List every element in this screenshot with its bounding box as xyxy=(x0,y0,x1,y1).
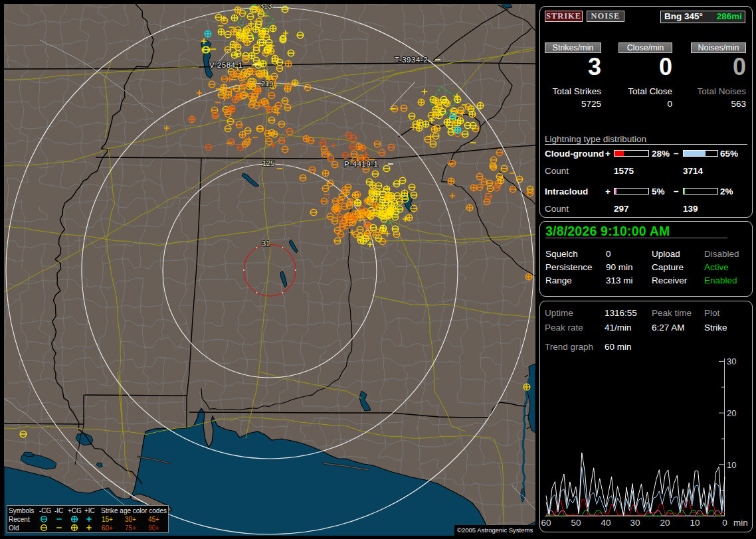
svg-text:+IC: +IC xyxy=(84,507,95,514)
svg-text:10: 10 xyxy=(690,518,700,528)
svg-text:min: min xyxy=(733,518,748,528)
svg-text:30: 30 xyxy=(727,356,736,366)
svg-text:125: 125 xyxy=(262,159,274,167)
svg-text:313: 313 xyxy=(260,4,272,10)
svg-text:Old: Old xyxy=(9,524,19,532)
svg-text:15+: 15+ xyxy=(102,516,113,523)
svg-text:45+: 45+ xyxy=(148,516,159,523)
svg-text:Recent: Recent xyxy=(9,516,30,523)
svg-text:50: 50 xyxy=(571,518,581,528)
svg-text:10: 10 xyxy=(727,460,736,470)
svg-text:P-4419-1: P-4419-1 xyxy=(344,160,378,168)
svg-text:219: 219 xyxy=(261,80,273,88)
svg-text:V-2584-1: V-2584-1 xyxy=(209,61,243,69)
svg-text:30: 30 xyxy=(630,518,640,528)
svg-text:0: 0 xyxy=(722,518,727,528)
svg-text:20: 20 xyxy=(660,518,670,528)
svg-text:+CG: +CG xyxy=(68,507,82,514)
svg-text:40: 40 xyxy=(601,518,611,528)
svg-text:-CG: -CG xyxy=(39,507,52,514)
svg-text:Symbols: Symbols xyxy=(9,507,34,514)
svg-text:Strike age color codes: Strike age color codes xyxy=(101,507,167,514)
svg-text:31: 31 xyxy=(262,240,270,248)
svg-text:T-3934-2: T-3934-2 xyxy=(395,56,428,64)
svg-text:90+: 90+ xyxy=(148,524,159,532)
svg-text:30+: 30+ xyxy=(125,516,136,523)
svg-text:-IC: -IC xyxy=(54,507,63,514)
svg-text:20: 20 xyxy=(727,408,736,418)
svg-text:60+: 60+ xyxy=(102,524,113,532)
svg-text:60: 60 xyxy=(541,518,551,528)
svg-text:75+: 75+ xyxy=(125,524,136,532)
